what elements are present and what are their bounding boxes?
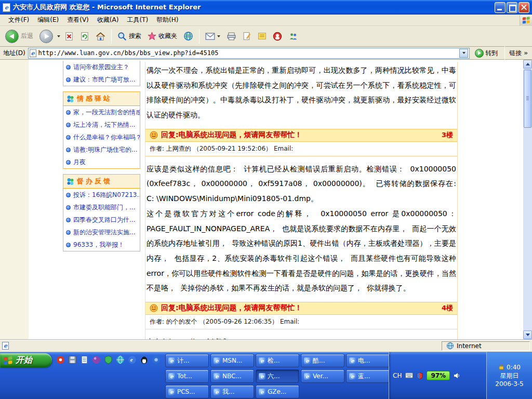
quicklaunch-globe-icon[interactable] [116,355,125,364]
links-button[interactable]: 链接 » [509,49,529,58]
scroll-down-button[interactable] [523,330,532,339]
home-button[interactable] [94,31,108,42]
power-plug-icon [498,364,504,370]
sidebar-section-header[interactable]: 督办反馈 [63,175,140,189]
scroll-up-button[interactable] [523,60,532,69]
taskbar-task-button[interactable]: 电... [346,354,390,367]
taskbar-task-button[interactable]: MSN... [210,354,254,367]
menu-tools[interactable]: 工具(T) [123,15,152,25]
sidebar-link[interactable]: 新的治安管理法实施... [63,226,140,238]
taskbar-task-button[interactable]: PCS... [165,385,209,398]
menu-file[interactable]: 文件(F) [4,15,33,25]
start-button[interactable]: 开始 [0,353,52,367]
address-input[interactable]: http://www.luan.gov.cn/bbs/bbs_view.php?… [28,48,470,59]
sidebar-link[interactable]: 请问帝都景园业主？ [63,61,140,73]
quicklaunch-qq-penguin-icon[interactable] [140,355,149,364]
qq-button[interactable] [271,31,284,42]
sidebar-link[interactable]: 96333，我举报！ [63,238,140,251]
sidebar-link[interactable]: 建议：市民广场可放... [63,73,140,86]
taskbar-task-button[interactable]: NBC... [210,369,254,383]
taskbar-task-button[interactable]: 我... [210,385,254,398]
quicklaunch-ball-icon[interactable] [92,355,101,364]
menu-help[interactable]: 帮助(H) [152,15,182,25]
menu-favorites[interactable]: 收藏(A) [93,15,123,25]
mail-button[interactable] [203,32,222,41]
stop-button[interactable] [62,31,76,42]
sidebar-link[interactable]: 家，一段无法割舍的情感 [63,106,140,118]
address-dropdown-button[interactable] [459,49,468,58]
edit-button[interactable] [241,31,254,42]
taskbar-task-button[interactable]: 计... [165,354,209,367]
quicklaunch-ie-icon[interactable]: e [128,355,137,364]
sidebar-link[interactable]: 市建委及职能部门，... [63,201,140,214]
quicklaunch-floppy-icon[interactable] [68,355,77,364]
history-button[interactable] [181,30,195,42]
sidebar-section-emotion: 情感驿站 家，一段无法割舍的情感 坛上冷清，坛下热情... 什么是幸福？你幸福吗… [63,91,140,169]
go-button[interactable]: 转到 [472,48,500,58]
nav-history-dropdown-icon[interactable] [57,35,60,37]
taskbar-task-button[interactable]: Tot... [165,369,209,383]
taskbar-clock[interactable]: 0:40 星期日 2006-3-5 [486,352,532,399]
sidebar-link[interactable]: 月夜 [63,156,140,168]
links-label: 链接 [509,49,522,58]
scrollbar-thumb[interactable] [524,70,531,128]
taskbar-task-button[interactable]: GZe... [256,385,299,398]
print-button[interactable] [224,31,238,42]
task-button-area: 计... MSN... 检... 酷... 电... Tot... NBC...… [165,354,390,398]
taskbar-task-button[interactable]: 蓝... [346,369,390,383]
minimize-button[interactable] [495,2,506,13]
quicklaunch-shield-icon[interactable] [104,355,113,364]
taskbar-task-button[interactable]: 酷... [301,354,344,367]
volume-icon[interactable] [454,373,461,379]
smiley-icon [150,131,158,139]
taskbar-task-button[interactable]: 检... [256,354,299,367]
back-button[interactable]: 后退 [3,29,35,44]
sidebar-link[interactable]: 请教:明珠广场住宅的... [63,143,140,156]
refresh-button[interactable] [78,31,91,42]
clock-time: 0:40 [507,364,521,371]
mail-icon [205,33,215,40]
input-method-indicator[interactable]: CH [393,372,402,379]
messenger-button[interactable] [286,31,300,42]
search-button[interactable]: 搜索 [115,31,143,42]
window-icon [259,389,265,395]
close-button[interactable] [518,2,529,13]
maximize-button[interactable] [507,2,517,13]
taskbar-task-button[interactable]: Ver... [301,369,344,383]
address-bar: 地址(D) http://www.luan.gov.cn/bbs/bbs_vie… [0,47,532,60]
vertical-scrollbar[interactable] [523,60,532,339]
quicklaunch-media-icon[interactable] [56,355,65,364]
menu-edit[interactable]: 编辑(E) [33,15,63,25]
bullet-icon [66,160,71,165]
sidebar-link[interactable]: 投诉：16路皖N07213... [63,189,140,201]
sidebar-link[interactable]: 坛上冷清，坛下热情... [63,118,140,131]
quicklaunch-msn-icon[interactable] [152,355,161,364]
keyboard-icon[interactable] [405,373,413,378]
sidebar-link-label: 建议：市民广场可放... [73,75,135,84]
forward-arrow-icon [39,30,53,43]
forward-button[interactable] [37,29,55,44]
reply-body: 应该是类似这样的信息吧： 计算机已经从检测错误后重新启动。检测错误： 0x100… [145,156,458,302]
task-label: Ver... [313,373,328,380]
windows-logo-icon [520,15,532,25]
quicklaunch-document-icon[interactable] [80,355,89,364]
sidebar-link[interactable]: 什么是幸福？你幸福吗？... [63,131,140,143]
shield-icon[interactable] [417,372,423,379]
task-label: 我... [222,388,234,396]
home-icon [96,32,105,41]
mail-dropdown-icon [217,35,220,37]
taskbar-task-button-active[interactable]: 六... [256,369,299,383]
sidebar-link[interactable]: 四季春交叉路口为什... [63,214,140,226]
security-zone-panel: Internet [442,341,530,351]
menu-view[interactable]: 查看(V) [63,15,93,25]
task-label: Tot... [177,373,192,380]
go-arrow-icon [475,49,484,58]
search-icon [117,32,127,41]
sidebar-section-feedback: 督办反馈 投诉：16路皖N07213... 市建委及职能部门，... 四季春交叉… [63,174,140,251]
reply-author-line: 作者: 的个的发个 （2005-09-26 12:06:35） Email: [145,315,458,329]
sidebar-section-header[interactable]: 情感驿站 [63,92,140,106]
battery-level-indicator[interactable]: 97% [427,371,450,380]
bullet-icon [66,77,71,82]
discuss-button[interactable] [256,31,269,42]
favorites-button[interactable]: 收藏夹 [145,31,179,42]
